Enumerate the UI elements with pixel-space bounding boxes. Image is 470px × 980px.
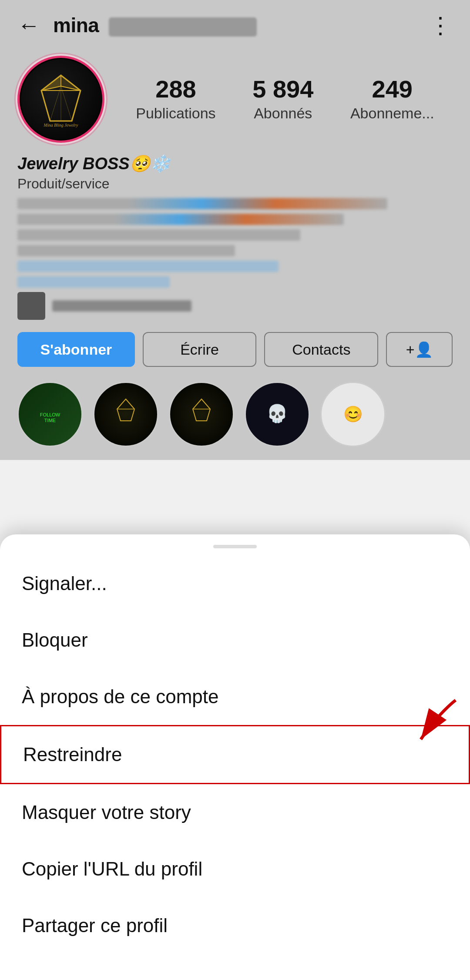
- avatar-diamond-svg: Mina Bling Jewelry: [33, 71, 89, 128]
- apropos-label: À propos de ce compte: [22, 686, 218, 707]
- link-text: [52, 300, 191, 312]
- avatar-inner: Mina Bling Jewelry: [21, 59, 101, 140]
- stat-publications[interactable]: 288 Publications: [136, 77, 215, 122]
- highlight-circle-1: FOLLOWTIME: [17, 382, 83, 447]
- bio-name: Jewelry BOSS🥺❄️: [17, 154, 453, 173]
- bio-line-3: [17, 229, 300, 241]
- sheet-item-apropos[interactable]: À propos de ce compte: [0, 668, 470, 725]
- bio-line-6: [17, 276, 170, 288]
- publications-label: Publications: [136, 105, 215, 122]
- bio-category: Produit/service: [17, 176, 453, 192]
- highlights-row: FOLLOWTIME 💀: [0, 375, 470, 451]
- action-buttons: S'abonner Écrire Contacts +👤: [0, 324, 470, 375]
- highlight-circle-3: [169, 382, 234, 447]
- bio-line-1: [17, 198, 387, 209]
- bottom-sheet: Signaler... Bloquer À propos de ce compt…: [0, 534, 470, 980]
- bloquer-label: Bloquer: [22, 629, 88, 651]
- svg-text:💀: 💀: [266, 403, 288, 424]
- highlight-2[interactable]: [93, 382, 158, 447]
- svg-marker-11: [117, 399, 134, 421]
- sheet-item-signaler[interactable]: Signaler...: [0, 555, 470, 612]
- highlight-circle-4: 💀: [245, 382, 310, 447]
- profile-background: ← mina ⋮ Mina Bling Jewelry: [0, 0, 470, 460]
- publications-count: 288: [155, 77, 196, 101]
- copier-label: Copier l'URL du profil: [22, 858, 202, 879]
- signaler-label: Signaler...: [22, 573, 107, 594]
- username-text: mina: [53, 14, 99, 37]
- svg-line-4: [50, 86, 61, 121]
- stats-container: 288 Publications 5 894 Abonnés 249 Abonn…: [104, 77, 453, 122]
- avatar: Mina Bling Jewelry: [17, 56, 104, 143]
- sheet-item-partager[interactable]: Partager ce profil: [0, 897, 470, 954]
- contacts-button[interactable]: Contacts: [264, 332, 378, 367]
- link-thumbnail: [17, 292, 45, 320]
- subscribe-button[interactable]: S'abonner: [17, 332, 135, 367]
- svg-text:TIME: TIME: [44, 418, 56, 423]
- svg-text:Mina Bling Jewelry: Mina Bling Jewelry: [44, 123, 78, 128]
- back-icon[interactable]: ←: [17, 12, 40, 38]
- profile-stats-row: Mina Bling Jewelry 288 Publications 5 89…: [0, 47, 470, 147]
- sheet-item-bloquer[interactable]: Bloquer: [0, 612, 470, 668]
- highlight-circle-5: 😊: [320, 382, 386, 447]
- svg-text:😊: 😊: [343, 405, 363, 423]
- svg-marker-13: [193, 399, 210, 421]
- bio-section: Jewelry BOSS🥺❄️ Produit/service: [0, 147, 470, 324]
- username-blur: [109, 17, 257, 37]
- abonnements-label: Abonneme...: [350, 105, 434, 122]
- add-friend-icon: +👤: [406, 341, 433, 358]
- handle-bar: [213, 545, 257, 548]
- stat-abonnes[interactable]: 5 894 Abonnés: [252, 77, 313, 122]
- sheet-item-masquer[interactable]: Masquer votre story: [0, 784, 470, 841]
- bio-line-5: [17, 261, 279, 272]
- sheet-item-copier[interactable]: Copier l'URL du profil: [0, 841, 470, 897]
- sheet-item-restreindre[interactable]: Restreindre: [0, 725, 470, 784]
- sheet-handle: [0, 534, 470, 555]
- highlight-circle-2: [93, 382, 158, 447]
- partager-label: Partager ce profil: [22, 915, 168, 936]
- stat-abonnements[interactable]: 249 Abonneme...: [350, 77, 434, 122]
- highlight-1[interactable]: FOLLOWTIME: [17, 382, 83, 447]
- abonnes-label: Abonnés: [254, 105, 312, 122]
- link-row: [17, 292, 453, 320]
- write-button[interactable]: Écrire: [143, 332, 257, 367]
- highlight-5[interactable]: 😊: [320, 382, 386, 447]
- abonnements-count: 249: [372, 77, 413, 101]
- masquer-label: Masquer votre story: [22, 802, 191, 823]
- add-friend-button[interactable]: +👤: [386, 332, 453, 367]
- bio-line-4: [17, 245, 235, 256]
- header-username: mina: [53, 13, 429, 37]
- highlight-4[interactable]: 💀: [245, 382, 310, 447]
- highlight-3[interactable]: [169, 382, 234, 447]
- restreindre-label: Restreindre: [23, 744, 122, 765]
- svg-text:FOLLOW: FOLLOW: [40, 412, 60, 417]
- abonnes-count: 5 894: [252, 77, 313, 101]
- more-options-icon[interactable]: ⋮: [429, 12, 453, 38]
- bio-line-2: [17, 214, 344, 225]
- header-bar: ← mina ⋮: [0, 0, 470, 47]
- svg-line-5: [61, 86, 72, 121]
